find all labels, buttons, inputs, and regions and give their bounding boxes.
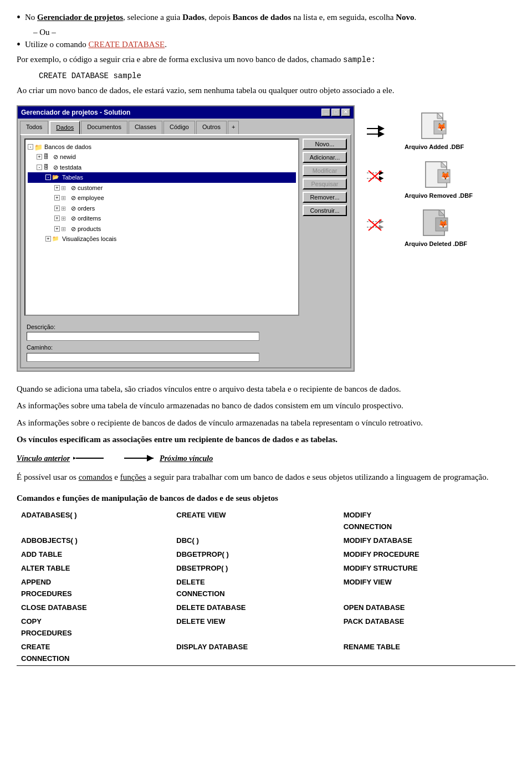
tree-expand-visualizacoes[interactable]: + <box>45 236 51 242</box>
table-row: ALTER TABLE DBSETPROP( ) MODIFY STRUCTUR… <box>17 561 515 575</box>
db-icon-testdata: 🗄 <box>43 163 52 172</box>
comandos-link[interactable]: comandos <box>79 473 112 481</box>
btn-novo[interactable]: Novo... <box>303 139 347 150</box>
tree-expand-orditems[interactable]: + <box>54 216 60 221</box>
btn-modificar[interactable]: Modificar <box>303 165 347 176</box>
create-database-link[interactable]: CREATE DATABASE <box>89 40 165 49</box>
tree-expand-root[interactable]: - <box>28 144 33 150</box>
added-dbf-container: 🦊 Arquivo Added .DBF <box>405 111 464 152</box>
tree-root-label: Bancos de dados <box>44 142 91 152</box>
cmd-cell: CREATECONNECTION <box>21 643 69 663</box>
arrow-added-svg <box>366 123 399 140</box>
deleted-dbf-row: 🦊 Arquivo Deleted .DBF <box>366 208 467 249</box>
vinculo-anterior-label: Vínculo anterior <box>17 453 70 464</box>
tab-classes[interactable]: Classes <box>129 121 162 134</box>
tab-codigo[interactable]: Código <box>163 121 195 134</box>
ou-text: – Ou – <box>33 28 56 37</box>
bold-para: Os vínculos especificam as associações e… <box>17 433 515 446</box>
gerenciador-link-text[interactable]: Gerenciador de projetos <box>37 13 123 22</box>
cmd-cell: PACK DATABASE <box>344 617 405 625</box>
tree-expand-customer[interactable]: + <box>54 185 60 191</box>
cmd-cell: MODIFY DATABASE <box>344 536 412 545</box>
cmd-cell: ALTER TABLE <box>21 564 70 572</box>
cmd-cell: MODIFYCONNECTION <box>344 511 392 531</box>
tree-testdata[interactable]: - 🗄 ⊘ testdata <box>28 162 296 173</box>
arrow-deleted-svg <box>366 217 399 239</box>
tree-orders[interactable]: + ⊞ ⊘ orders <box>28 203 296 214</box>
btn-adicionar[interactable]: Adicionar... <box>303 152 347 163</box>
cmd-cell: ADATABASES( ) <box>21 511 77 519</box>
close-button[interactable]: ✕ <box>341 109 350 116</box>
cmd-cell: DELETE VIEW <box>176 617 225 625</box>
dialog-titlebar-buttons: _ □ ✕ <box>321 109 350 116</box>
added-dbf-label: Arquivo Added .DBF <box>405 142 464 152</box>
maximize-button[interactable]: □ <box>331 109 340 116</box>
tree-expand-products[interactable]: + <box>54 226 60 232</box>
tree-expand-newid[interactable]: + <box>37 154 42 160</box>
tab-outros[interactable]: Outros <box>196 121 227 134</box>
table-icon-customer: ⊞ <box>61 183 70 192</box>
added-dbf-row: 🦊 Arquivo Added .DBF <box>366 111 464 152</box>
btn-construir[interactable]: Construir... <box>303 205 347 216</box>
removed-dbf-icon: 🦊 <box>424 160 452 190</box>
btn-pesquisar[interactable]: Pesquisar <box>303 178 347 189</box>
arrow-removed-svg <box>366 168 399 191</box>
tree-tabelas[interactable]: - 📂 Tabelas <box>28 172 296 183</box>
tree-panel[interactable]: - 📁 Bancos de dados + 🗄 ⊘ newid <box>24 139 299 316</box>
funcoes-link[interactable]: funções <box>120 473 146 481</box>
bullet-dot-1: • <box>17 11 21 24</box>
cmd-cell: DELETECONNECTION <box>176 578 224 598</box>
bullet-item-1: • No Gerenciador de projetos, selecione … <box>17 11 515 24</box>
tab-plus[interactable]: + <box>228 121 239 134</box>
para-5: As informações sobre o recipiente de ban… <box>17 417 515 429</box>
tree-label-customer: ⊘ customer <box>71 183 103 193</box>
bullet-item-2: • Utilize o comando CREATE DATABASE. <box>17 38 515 51</box>
tree-label-orders: ⊘ orders <box>71 204 95 213</box>
cmd-cell: MODIFY VIEW <box>344 578 392 586</box>
tree-customer[interactable]: + ⊞ ⊘ customer <box>28 183 296 193</box>
tree-products[interactable]: + ⊞ ⊘ products <box>28 224 296 234</box>
tab-documentos[interactable]: Documentos <box>81 121 127 134</box>
cmd-cell: DISPLAY DATABASE <box>176 643 248 651</box>
table-row: COPYPROCEDURES DELETE VIEW PACK DATABASE <box>17 614 515 640</box>
tree-label-employee: ⊘ employee <box>71 193 104 203</box>
path-label: Caminho: <box>27 343 65 352</box>
tree-employee[interactable]: + ⊞ ⊘ employee <box>28 193 296 203</box>
bullet-text-2: Utilize o comando CREATE DATABASE. <box>25 38 167 51</box>
page-content: • No Gerenciador de projetos, selecione … <box>17 11 515 666</box>
cmd-cell: OPEN DATABASE <box>344 603 405 612</box>
svg-text:🦊: 🦊 <box>441 171 451 181</box>
tree-newid[interactable]: + 🗄 ⊘ newid <box>28 152 296 162</box>
tree-expand-employee[interactable]: + <box>54 195 60 201</box>
table-icon-products: ⊞ <box>61 224 70 233</box>
tree-label-products: ⊘ products <box>71 224 101 234</box>
tab-dados[interactable]: Dados <box>49 121 80 134</box>
dialog-titlebar: Gerenciador de projetos - Solution _ □ ✕ <box>18 106 354 119</box>
tree-root[interactable]: - 📁 Bancos de dados <box>28 142 296 152</box>
dialog-window: Gerenciador de projetos - Solution _ □ ✕… <box>17 105 355 372</box>
dialog-body: - 📁 Bancos de dados + 🗄 ⊘ newid <box>20 134 351 368</box>
removed-dbf-label: Arquivo Removed .DBF <box>405 191 473 201</box>
tree-expand-testdata[interactable]: - <box>37 165 42 170</box>
cmd-cell: CREATE VIEW <box>176 511 226 519</box>
table-row: CREATECONNECTION DISPLAY DATABASE RENAME… <box>17 640 515 666</box>
minimize-button[interactable]: _ <box>321 109 330 116</box>
table-row: CLOSE DATABASE DELETE DATABASE OPEN DATA… <box>17 601 515 614</box>
para-6: É possível usar os comandos e funções a … <box>17 471 515 484</box>
ou-section: – Ou – <box>33 26 515 39</box>
removed-arrows <box>366 168 399 191</box>
table-row: ADD TABLE DBGETPROP( ) MODIFY PROCEDURE <box>17 547 515 561</box>
tree-expand-tabelas[interactable]: - <box>45 175 51 180</box>
tree-expand-orders[interactable]: + <box>54 206 60 211</box>
tree-visualizacoes[interactable]: + 📁 Visualizações locais <box>28 234 296 244</box>
tree-orditems[interactable]: + ⊞ ⊘ orditems <box>28 213 296 224</box>
db-icon-newid: 🗄 <box>43 152 52 161</box>
btn-remover[interactable]: Remover... <box>303 192 347 203</box>
cmd-cell: DBC( ) <box>176 536 198 545</box>
tree-label-newid: ⊘ newid <box>53 152 76 162</box>
tab-todos[interactable]: Todos <box>20 121 48 134</box>
path-row: Caminho: <box>27 343 297 362</box>
table-icon-employee: ⊞ <box>61 193 70 202</box>
cmd-cell: CLOSE DATABASE <box>21 603 87 612</box>
desc-row: Descrição: <box>27 322 297 341</box>
